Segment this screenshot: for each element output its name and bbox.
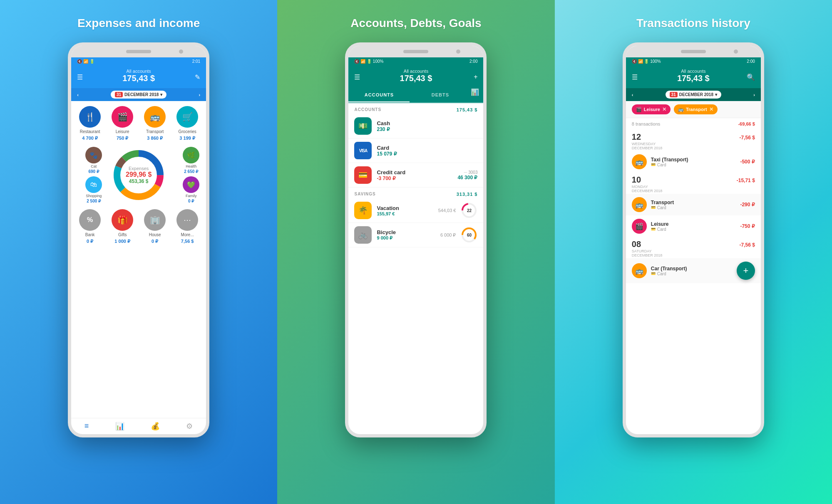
cat-groceries[interactable]: 🛒 Groceries 3 199 ₽ (172, 106, 203, 141)
menu-btn-2[interactable]: ☰ (354, 73, 360, 81)
menu-btn-1[interactable]: ☰ (77, 73, 83, 81)
txn-date-left-10: 10 MONDAYDECEMBER 2018 (632, 175, 663, 193)
cat-amount-more: 7,56 $ (181, 239, 194, 244)
filter-chips: 🎬 Leisure ✕ 🚌 Transport ✕ (626, 101, 761, 118)
account-credit-card[interactable]: 💳 Credit card -3 700 ₽ ··· 3003 46 300 ₽ (348, 163, 483, 188)
txn-date-12: 12 WEDNESDAYDECEMBER 2018 -7,56 $ (626, 130, 761, 151)
cat-transport[interactable]: 🚌 Transport 3 860 ₽ (139, 106, 170, 141)
txn-car[interactable]: 🚌 Car (Transport) 💳 Card + (626, 258, 761, 283)
savings-total: 313,31 $ (457, 192, 478, 197)
accounts-total: 175,43 $ (457, 107, 478, 112)
tab-debts[interactable]: DEBTS (410, 88, 471, 102)
saving-details-vacation: Vacation 155,97 € (377, 205, 433, 216)
account-card[interactable]: VISA Card 15 079 ₽ (348, 138, 483, 163)
cat-label-leisure: Leisure (116, 129, 129, 134)
cat-shopping[interactable]: 🛍 Shopping 2 500 ₽ (78, 176, 109, 203)
txn-account-car: Card (657, 272, 666, 276)
savings-section-header: SAVINGS 313,31 $ (348, 188, 483, 198)
cat-icon-cat: 🐾 (85, 147, 102, 163)
leisure-remove-btn[interactable]: ✕ (662, 106, 666, 112)
chart-icon[interactable]: 📊 (471, 88, 479, 102)
acc-name-credit: Credit card (377, 169, 452, 175)
txn-leisure[interactable]: 🎬 Leisure 💳 Card -750 ₽ (626, 215, 761, 237)
phone-frame-top-1 (71, 46, 206, 57)
saving-vacation[interactable]: 🌴 Vacation 155,97 € 544,03 € 22 (348, 198, 483, 223)
all-accounts-label-1: All accounts (77, 69, 200, 74)
search-btn-3[interactable]: 🔍 (747, 73, 755, 81)
add-btn-2[interactable]: + (474, 73, 477, 81)
txn-day-label-12: WEDNESDAYDECEMBER 2018 (632, 142, 663, 150)
menu-btn-3[interactable]: ☰ (632, 73, 638, 81)
nav-settings[interactable]: ⚙ (186, 422, 193, 431)
cat-health[interactable]: 🌿 Health 2 650 ₽ (183, 147, 199, 174)
leisure-filter-icon: 🎬 (636, 107, 642, 112)
saving-details-bicycle: Bicycle 9 000 ₽ (377, 229, 435, 241)
accounts-section-header: ACCOUNTS 175,43 $ (348, 103, 483, 114)
cat-amount-cat: 690 ₽ (88, 169, 99, 174)
filter-transport[interactable]: 🚌 Transport ✕ (674, 104, 718, 114)
phone-speaker-3 (681, 50, 706, 53)
tab-accounts[interactable]: ACCOUNTS (348, 88, 410, 102)
txn-account-transport: Card (657, 205, 666, 210)
panel1-title: Expenses and income (77, 17, 200, 30)
txn-taxi[interactable]: 🚌 Taxi (Transport) 💳 Card -500 ₽ (626, 151, 761, 173)
txn-name-car: Car (Transport) (651, 266, 733, 272)
txn-transport[interactable]: 🚌 Transport 💳 Card -290 ₽ (626, 194, 761, 215)
date-bar-1: ‹ 31 DECEMBER 2018 ▾ › (71, 88, 206, 101)
header-amount-1: 175,43 $ (77, 74, 200, 83)
nav-accounts[interactable]: 💰 (151, 422, 160, 431)
all-accounts-label-3: All accounts (632, 69, 755, 74)
txn-account-taxi: Card (657, 163, 666, 167)
card-icon-car: 💳 (651, 272, 656, 276)
savings-section-label: SAVINGS (354, 192, 375, 197)
filter-leisure[interactable]: 🎬 Leisure ✕ (632, 104, 671, 114)
txn-date-08: 08 SATURDAYDECEMBER 2018 -7,56 $ (626, 237, 761, 258)
prev-month-btn-1[interactable]: ‹ (77, 92, 79, 97)
cat-gifts[interactable]: 🎁 Gifts 1 000 ₽ (107, 209, 138, 244)
cat-family[interactable]: 💚 Family 0 ₽ (183, 176, 199, 203)
acc-details-credit: Credit card -3 700 ₽ (377, 169, 452, 181)
txn-date-left-12: 12 WEDNESDAYDECEMBER 2018 (632, 132, 663, 150)
phone-nav-1: ≡ 📊 💰 ⚙ (71, 418, 206, 434)
cat-leisure[interactable]: 🎬 Leisure 750 ₽ (107, 106, 138, 141)
cat-house[interactable]: 🏢 House 0 ₽ (139, 209, 170, 244)
phone-camera-2 (456, 49, 460, 54)
cat-cat[interactable]: 🐾 Cat 690 ₽ (78, 147, 109, 174)
nav-chart[interactable]: 📊 (115, 422, 124, 431)
txn-details-car: Car (Transport) 💳 Card (651, 266, 733, 276)
app-header-2: ☰ All accounts 175,43 $ + (348, 65, 483, 88)
saving-bicycle[interactable]: 🚲 Bicycle 9 000 ₽ 6 000 ₽ 60 (348, 223, 483, 247)
transport-remove-btn[interactable]: ✕ (709, 106, 713, 112)
acc-amount-credit: -3 700 ₽ (377, 175, 452, 181)
status-bar-1: 🔇 📶 🔋 2:01 (71, 57, 206, 65)
txn-day-total-10: -15,71 $ (737, 178, 755, 183)
cat-restaurant[interactable]: 🍴 Restaurant 4 700 ₽ (75, 106, 105, 141)
cat-more[interactable]: ⋯ More... 7,56 $ (172, 209, 203, 244)
accounts-section-label: ACCOUNTS (354, 107, 381, 112)
transport-filter-label: Transport (686, 107, 707, 112)
fab-add-button[interactable]: + (737, 262, 755, 280)
txn-amount-leisure: -750 ₽ (740, 223, 755, 229)
saving-name-vacation: Vacation (377, 205, 433, 211)
txn-count: 8 transactions (632, 121, 660, 126)
nav-home[interactable]: ≡ (84, 422, 89, 431)
acc-name-cash: Cash (377, 120, 477, 126)
credit-card-dots: ··· 3003 (457, 170, 477, 175)
dropdown-icon-3: ▾ (715, 92, 717, 97)
next-month-btn-1[interactable]: › (199, 92, 200, 97)
txn-summary: 8 transactions -69,66 $ (626, 118, 761, 130)
txn-details-taxi: Taxi (Transport) 💳 Card (651, 157, 736, 167)
status-icons-2: 🔇 📶 🔋 100% (354, 59, 383, 64)
cat-icon-shopping: 🛍 (85, 176, 102, 193)
account-cash[interactable]: 💵 Cash 230 ₽ (348, 114, 483, 138)
txn-name-leisure: Leisure (651, 221, 736, 227)
cat-amount-transport: 3 860 ₽ (147, 136, 163, 141)
cat-label-groceries: Groceries (178, 129, 196, 134)
cat-bank[interactable]: % Bank 0 ₽ (75, 209, 105, 244)
income-amount: 453,36 $ (126, 178, 151, 184)
cat-label-house: House (149, 232, 161, 237)
prev-month-btn-3[interactable]: ‹ (632, 92, 633, 97)
txn-day-total-08: -7,56 $ (739, 242, 755, 248)
next-month-btn-3[interactable]: › (753, 92, 755, 97)
edit-btn-1[interactable]: ✎ (195, 73, 200, 81)
